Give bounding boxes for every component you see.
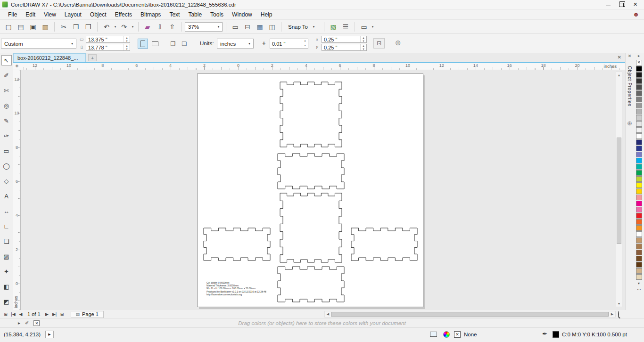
outline-pen-icon[interactable]: ✒ bbox=[542, 331, 547, 337]
color-swatch[interactable] bbox=[636, 256, 642, 261]
crop-tool[interactable]: ✄ bbox=[1, 85, 12, 96]
box-panel-shape[interactable] bbox=[280, 82, 342, 147]
undo-icon[interactable]: ↶ bbox=[101, 21, 112, 33]
first-page-button[interactable]: |◀ bbox=[9, 312, 17, 317]
freehand-tool[interactable]: ✎ bbox=[1, 115, 12, 126]
menu-layout[interactable]: Layout bbox=[60, 10, 86, 19]
redo-icon[interactable]: ↷ bbox=[118, 21, 130, 33]
spinner-arrows[interactable]: ▴▾ bbox=[124, 36, 130, 42]
color-swatch[interactable] bbox=[636, 158, 642, 163]
interactive-fill-tool[interactable]: ◧ bbox=[1, 281, 12, 292]
menu-view[interactable]: View bbox=[40, 10, 60, 19]
spinner-arrows[interactable]: ▴▾ bbox=[302, 39, 308, 48]
box-panel-shape[interactable] bbox=[204, 228, 270, 261]
treat-as-filled-button[interactable]: ⊡ bbox=[373, 38, 385, 49]
options-icon[interactable]: ☰ bbox=[340, 21, 351, 33]
horizontal-ruler[interactable]: inches 1210864202468101214161820 bbox=[21, 63, 625, 70]
color-swatch[interactable] bbox=[636, 225, 642, 231]
close-docker-icon[interactable]: ✕ bbox=[628, 54, 632, 58]
color-swatch[interactable] bbox=[636, 170, 642, 176]
color-swatch[interactable] bbox=[636, 146, 642, 151]
scroll-right-icon[interactable]: ▶ bbox=[609, 311, 615, 317]
apply-current-page-button[interactable]: ❏ bbox=[179, 39, 190, 49]
rectangle-tool[interactable]: ▭ bbox=[1, 146, 12, 156]
add-page-button[interactable]: ⊞ bbox=[2, 312, 9, 317]
vertical-scrollbar-thumb[interactable] bbox=[617, 138, 621, 244]
previous-page-button[interactable]: ◀ bbox=[17, 312, 25, 317]
connector-tool[interactable]: ∟ bbox=[1, 221, 12, 231]
menu-table[interactable]: Table bbox=[184, 10, 206, 19]
document-tab[interactable]: box-20160212_122848_... bbox=[13, 53, 86, 62]
snap-to-dropdown[interactable]: Snap To▾ bbox=[285, 22, 321, 32]
cut-icon[interactable]: ✂ bbox=[58, 21, 69, 33]
color-swatch[interactable] bbox=[636, 97, 642, 102]
apply-all-pages-button[interactable]: ❐ bbox=[168, 39, 178, 49]
search-content-icon[interactable]: ▰ bbox=[142, 21, 153, 33]
page-height-value[interactable]: 13.778 " bbox=[88, 45, 107, 50]
vertical-scrollbar[interactable]: ▲ ▼ bbox=[616, 72, 622, 307]
page-width-field[interactable]: 13.375 " ▴▾ bbox=[86, 36, 130, 43]
color-swatch[interactable] bbox=[636, 237, 642, 243]
landscape-orientation-button[interactable] bbox=[150, 39, 160, 49]
spinner-arrows[interactable]: ▴▾ bbox=[124, 44, 130, 50]
ellipse-tool[interactable]: ◯ bbox=[1, 161, 12, 171]
spinner-arrows[interactable]: ▴▾ bbox=[360, 36, 366, 42]
account-icon[interactable]: ☻ bbox=[633, 11, 639, 17]
color-swatch[interactable] bbox=[636, 274, 642, 280]
scroll-left-icon[interactable]: ◀ bbox=[325, 311, 331, 317]
color-swatch[interactable] bbox=[636, 213, 642, 219]
shape-tool[interactable]: ✐ bbox=[1, 70, 12, 81]
color-swatch[interactable] bbox=[636, 66, 642, 72]
no-color-swatch[interactable]: ✕ bbox=[33, 320, 40, 326]
color-swatch[interactable] bbox=[636, 72, 642, 78]
chevron-down-icon[interactable]: ▾ bbox=[131, 25, 135, 29]
quick-customize-button[interactable]: ⊕ bbox=[395, 39, 401, 46]
copy-icon[interactable]: ❐ bbox=[70, 21, 82, 33]
menu-edit[interactable]: Edit bbox=[21, 10, 40, 19]
new-tab-button[interactable]: + bbox=[88, 54, 97, 61]
color-swatch[interactable] bbox=[636, 250, 642, 255]
chevron-down-icon[interactable]: ▾ bbox=[113, 25, 117, 29]
menu-window[interactable]: Window bbox=[228, 10, 256, 19]
color-swatch[interactable] bbox=[636, 182, 642, 188]
page-width-value[interactable]: 13.375 " bbox=[88, 37, 107, 42]
color-swatch[interactable] bbox=[636, 109, 642, 114]
scroll-up-icon[interactable]: ▲ bbox=[616, 72, 622, 78]
color-swatch[interactable] bbox=[636, 84, 642, 90]
docker-title[interactable]: Object Properties bbox=[627, 66, 632, 106]
menu-help[interactable]: Help bbox=[256, 10, 277, 19]
box-panel-shape[interactable] bbox=[278, 154, 344, 189]
eyedropper-icon[interactable]: ✐ bbox=[25, 321, 29, 326]
color-swatch-none[interactable]: ✕ bbox=[636, 60, 642, 65]
color-swatch[interactable] bbox=[636, 201, 642, 206]
smart-fill-tool[interactable]: ◩ bbox=[1, 296, 12, 307]
artistic-media-tool[interactable]: ✑ bbox=[1, 130, 12, 141]
save-icon[interactable]: ▣ bbox=[27, 21, 39, 33]
units-select[interactable]: inches ▾ bbox=[217, 39, 254, 49]
menu-file[interactable]: File bbox=[4, 10, 21, 19]
box-panel-shape[interactable] bbox=[278, 267, 344, 302]
color-swatch[interactable] bbox=[636, 115, 642, 121]
duplicate-distance-x-field[interactable]: 0.25 " ▴▾ bbox=[322, 36, 367, 43]
box-panel-shape[interactable] bbox=[280, 193, 342, 262]
polygon-tool[interactable]: ◇ bbox=[1, 176, 12, 186]
color-swatch[interactable] bbox=[636, 127, 642, 133]
document-page[interactable]: Cut Width: 0.0000mmMaterial Thickness: 3… bbox=[197, 73, 423, 307]
menu-bitmaps[interactable]: Bitmaps bbox=[136, 10, 165, 19]
drawing-canvas[interactable]: Cut Width: 0.0000mmMaterial Thickness: 3… bbox=[21, 70, 625, 310]
duplicate-distance-y-value[interactable]: 0.25 " bbox=[324, 45, 337, 50]
fullscreen-preview-icon[interactable]: ▭ bbox=[230, 21, 241, 33]
export-for-web-icon[interactable]: ▧ bbox=[328, 21, 339, 33]
color-swatch[interactable] bbox=[636, 90, 642, 96]
export-icon[interactable]: ⇧ bbox=[166, 21, 178, 33]
color-swatch[interactable] bbox=[636, 219, 642, 225]
palette-options-flyout-icon[interactable]: ▸ bbox=[18, 321, 20, 326]
spinner-arrows[interactable]: ▴▾ bbox=[360, 44, 366, 50]
color-swatch[interactable] bbox=[636, 268, 642, 274]
color-swatch[interactable] bbox=[636, 78, 642, 84]
color-swatch[interactable] bbox=[636, 195, 642, 200]
status-flyout-button[interactable]: ▶ bbox=[45, 331, 54, 338]
add-page-end-button[interactable]: ⊞ bbox=[58, 312, 66, 317]
minimize-button[interactable] bbox=[601, 0, 615, 9]
palette-scroll-down-icon[interactable]: ▾ bbox=[638, 281, 640, 286]
